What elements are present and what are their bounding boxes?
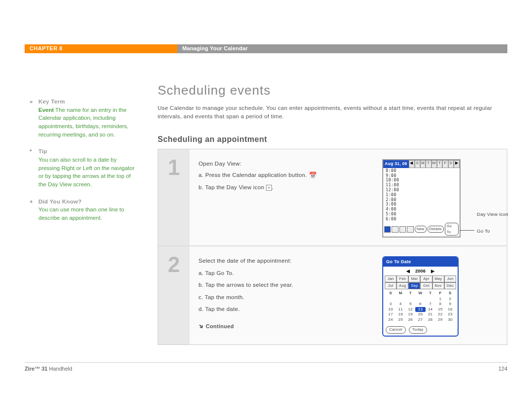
goto-day: 14: [426, 307, 435, 312]
keyterm-marker: »: [30, 98, 38, 106]
goto-day: 6: [415, 302, 425, 307]
dayview-hour: 12:00: [386, 188, 459, 193]
dyk-block: +Did You Know? You can use more than one…: [25, 198, 138, 222]
callout-goto: Go To: [477, 227, 490, 235]
goto-month: Nov: [432, 282, 444, 289]
goto-day: 7: [426, 302, 435, 307]
tip-marker: *: [30, 147, 38, 156]
goto-day: 10: [386, 307, 396, 312]
goto-month: Feb: [397, 275, 408, 282]
dayview-next-arrow: ▶: [454, 160, 460, 168]
goto-day: [396, 297, 405, 302]
page-header: CHAPTER 8 Managing Your Calendar: [25, 44, 507, 53]
chapter-label: CHAPTER 8: [25, 44, 177, 53]
goto-day: [426, 297, 435, 302]
goto-day: [386, 297, 396, 302]
calendar-icon: 📅: [309, 171, 317, 179]
year-next-arrow: ▶: [431, 269, 434, 274]
step2-line2: b. Tap the arrows to select the year.: [199, 280, 372, 289]
tip-body: You can also scroll to a date by pressin…: [30, 156, 138, 189]
main-column: Scheduling events Use Calendar to manage…: [158, 83, 507, 345]
monthview-icon: [399, 226, 406, 233]
year-prev-arrow: ◀: [406, 269, 410, 274]
goto-day: 25: [396, 317, 405, 322]
dayview-hour: 2:00: [386, 198, 459, 203]
goto-month: Aug: [397, 282, 408, 289]
weekview-icon: [392, 226, 398, 233]
goto-day: [405, 297, 415, 302]
goto-year-row: ◀ 2006 ▶: [383, 267, 458, 275]
goto-month: Oct: [420, 282, 432, 289]
goto-day: 24: [386, 317, 396, 322]
dyk-body: You can use more than one line to descri…: [30, 206, 138, 222]
dayview-hour: 1:00: [386, 193, 459, 198]
goto-month: Dec: [444, 282, 456, 289]
goto-day: 18: [396, 312, 405, 317]
dayview-screenshot: Aug 31, 06 ◀ SMTWTFS ▶ 8:009:0010:0011:0…: [382, 159, 461, 238]
goto-day: 13: [415, 307, 425, 312]
goto-dow: T: [405, 290, 415, 297]
goto-title: Go To Date: [383, 257, 458, 266]
goto-day: 17: [386, 312, 396, 317]
goto-year: 2006: [415, 269, 426, 274]
sidebar: »Key Term Event The name for an entry in…: [25, 83, 138, 345]
keyterm-term: Event: [38, 107, 54, 113]
goto-day: 9: [445, 302, 455, 307]
goto-day: 1: [435, 297, 445, 302]
dayview-dow: F: [442, 160, 448, 168]
goto-month: Mar: [408, 275, 420, 282]
goto-day: 20: [415, 312, 425, 317]
dayview-hour: 4:00: [386, 207, 459, 212]
step1-illustration: Aug 31, 06 ◀ SMTWTFS ▶ 8:009:0010:0011:0…: [382, 159, 498, 238]
tip-title: Tip: [38, 148, 47, 154]
agendaview-icon: [407, 226, 413, 233]
goto-month: Jan: [385, 275, 397, 282]
goto-month: Apr: [420, 275, 432, 282]
goto-month: Jul: [385, 282, 397, 289]
goto-day: 2: [445, 297, 455, 302]
dayview-inline-icon: [266, 185, 272, 191]
dayview-hour: 5:00: [386, 212, 459, 217]
goto-day: 22: [435, 312, 445, 317]
step-number: 1: [158, 149, 190, 245]
goto-dow: S: [445, 290, 455, 297]
intro-text: Use Calendar to manage your schedule. Yo…: [158, 104, 507, 120]
goto-dow: S: [386, 290, 396, 297]
goto-day: 3: [386, 302, 396, 307]
dayview-hour: 8:00: [386, 169, 459, 173]
dayview-dow: W: [432, 160, 437, 168]
dayview-hour: 6:00: [386, 217, 459, 222]
continued-arrow-icon: ➔: [196, 321, 206, 332]
goto-day: 27: [415, 317, 425, 322]
dayview-dow: S: [448, 160, 454, 168]
step2-illustration: Go To Date ◀ 2006 ▶ JanFebMarAprMayJunJu…: [382, 256, 498, 336]
goto-month: Jun: [444, 275, 456, 282]
dayview-dow: M: [420, 160, 426, 168]
keyterm-title: Key Term: [38, 99, 65, 104]
section-title: Scheduling an appointment: [158, 135, 507, 144]
cancel-button: Cancel: [386, 326, 406, 334]
goto-day: 21: [426, 312, 435, 317]
step2-line0: Select the date of the appointment:: [199, 256, 372, 265]
dayview-dow: T: [437, 160, 442, 168]
new-button: New: [415, 226, 427, 233]
goto-month: Sep: [408, 282, 420, 289]
goto-day: 8: [435, 302, 445, 307]
goto-dow: T: [426, 290, 435, 297]
dayview-prev-arrow: ◀: [409, 160, 415, 168]
step2-line3: c. Tap the month.: [199, 293, 372, 302]
goto-dow: W: [415, 290, 425, 297]
footer: Zire™ 31 Handheld 124: [25, 362, 507, 372]
step-text: Select the date of the appointment: a. T…: [199, 256, 372, 336]
goto-day: 15: [435, 307, 445, 312]
keyterm-body: Event The name for an entry in the Calen…: [30, 106, 138, 139]
page-title: Scheduling events: [158, 83, 507, 98]
goto-day: 12: [405, 307, 415, 312]
step2-line4: d. Tap the date.: [199, 305, 372, 313]
goto-day: 11: [396, 307, 405, 312]
goto-month: May: [432, 275, 444, 282]
step1-line0: Open Day View:: [199, 159, 372, 168]
continued-label: ➔ Continued: [199, 322, 372, 331]
footer-page: 124: [499, 366, 507, 372]
goto-dialog: Go To Date ◀ 2006 ▶ JanFebMarAprMayJunJu…: [382, 256, 459, 336]
